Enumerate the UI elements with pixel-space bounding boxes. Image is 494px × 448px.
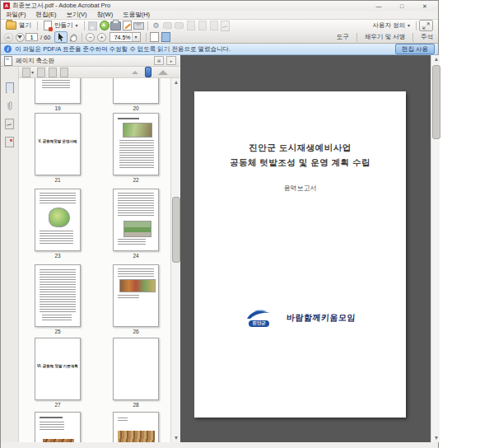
fullscreen-toggle-button[interactable]: [419, 20, 433, 31]
thumbnail-map: [49, 208, 70, 227]
combine-files-button[interactable]: [208, 21, 220, 30]
page-thumbnail-21[interactable]: V. 공동체텃밭 운영사례: [35, 113, 81, 175]
thumbnail-row: 23 24: [19, 189, 170, 264]
chevron-down-icon: ▾: [135, 35, 137, 40]
scroll-up-button[interactable]: [431, 55, 440, 63]
document-pane[interactable]: 진안군 도시재생예비사업 공동체 텃밭조성 및 운영 계획 수립 용역보고서 진…: [180, 55, 431, 442]
section-title: VI. 공동체 텃밭 기본계획: [37, 364, 78, 368]
slider-handle[interactable]: [145, 67, 151, 77]
zoom-in-button[interactable]: +: [96, 32, 108, 42]
panel-options-button[interactable]: ⊞: [154, 56, 164, 65]
content-panel-button[interactable]: [4, 136, 15, 147]
zoom-dropdown-button[interactable]: ▾: [132, 33, 140, 41]
tab-fill-sign[interactable]: 채우기 및 서명: [365, 33, 405, 41]
thumbnail-list[interactable]: 19 20 V. 공동체텃밭 운영사례 21: [19, 78, 170, 442]
open-folder-icon: [6, 21, 16, 30]
next-page-button[interactable]: [14, 32, 26, 42]
comment-bubble-button[interactable]: [162, 21, 174, 30]
page-thumbnail-28[interactable]: [113, 338, 159, 400]
open-button[interactable]: 열기: [2, 21, 35, 30]
page-view-icon: [150, 32, 159, 42]
hand-tool-button[interactable]: [68, 32, 79, 42]
menu-file[interactable]: 파일(F): [1, 11, 31, 19]
maximize-button[interactable]: □: [396, 2, 408, 10]
menu-edit[interactable]: 편집(E): [31, 11, 62, 19]
export-file-button[interactable]: [197, 21, 208, 30]
page-thumbnail-27[interactable]: VI. 공동체 텃밭 기본계획: [35, 338, 81, 400]
attachments-panel-button[interactable]: [4, 100, 15, 111]
bookmarks-panel-button[interactable]: [4, 82, 15, 93]
document-scrollbar[interactable]: [431, 55, 440, 442]
thumbnail-scrollbar[interactable]: [170, 78, 179, 442]
page-thumbnail-29[interactable]: [35, 412, 81, 442]
insert-page-button[interactable]: [49, 68, 57, 77]
tab-comment[interactable]: 주석: [421, 33, 433, 41]
panel-collapse-button[interactable]: ▸: [166, 56, 176, 65]
page-thumbnail-22[interactable]: [113, 113, 159, 175]
review-bubble-button[interactable]: [174, 21, 185, 30]
attach-file-button[interactable]: [185, 21, 197, 30]
send-file-button[interactable]: [99, 21, 110, 30]
scrollbar-thumb[interactable]: [432, 65, 440, 139]
scroll-down-button[interactable]: [431, 434, 440, 442]
page-thumbnail-25[interactable]: [35, 264, 81, 327]
scrollbar-thumb[interactable]: [172, 197, 180, 263]
signatures-panel-button[interactable]: [4, 118, 15, 129]
close-button[interactable]: ✕: [419, 2, 431, 10]
tab-tools[interactable]: 도구: [337, 33, 349, 41]
zoom-level-control[interactable]: ▾: [110, 32, 141, 42]
thumbnail-row: VI. 공동체 텃밭 기본계획 27 28: [19, 338, 170, 413]
minimize-button[interactable]: —: [373, 2, 384, 10]
envelope-icon: [133, 22, 144, 30]
selection-tool-button[interactable]: [54, 31, 68, 43]
customize-button[interactable]: 사용자 정의 ▾: [369, 21, 413, 30]
page-thumbnail-26[interactable]: [113, 264, 159, 327]
partner-group-logo: 바람함께키움모임: [286, 312, 356, 324]
page-thumbnail-19[interactable]: [35, 78, 81, 104]
thumbnail-panel-header: 페이지 축소판 ⊞ ▸: [1, 55, 179, 67]
report-title-line2: 공동체 텃밭조성 및 운영 계획 수립: [194, 157, 406, 169]
print-button[interactable]: [110, 21, 122, 30]
rotate-page-button[interactable]: [37, 68, 45, 77]
navigation-pane-strip: [1, 67, 19, 442]
delete-page-button[interactable]: [60, 68, 68, 77]
page-thumbnail-24[interactable]: [113, 189, 159, 251]
page-thumbnail-23[interactable]: [35, 189, 81, 251]
thumbnail-options-button[interactable]: ▾: [22, 68, 34, 77]
title-bar[interactable]: A 최종보고서.pdf - Adobe Acrobat Pro — □ ✕: [1, 1, 438, 11]
page-thumbnail-20[interactable]: [113, 78, 159, 104]
screen: A 최종보고서.pdf - Adobe Acrobat Pro — □ ✕ 파일…: [0, 0, 494, 448]
scrolling-mode-button[interactable]: [149, 32, 161, 42]
edit-document-button[interactable]: [122, 21, 133, 30]
acrobat-window: A 최종보고서.pdf - Adobe Acrobat Pro — □ ✕ 파일…: [0, 0, 439, 448]
settings-button[interactable]: ⚙: [151, 21, 162, 30]
printer-icon: [110, 21, 121, 30]
menu-window[interactable]: 창(W): [92, 11, 119, 19]
menu-help[interactable]: 도움말(H): [118, 11, 155, 19]
zoom-level-input[interactable]: [110, 34, 132, 40]
create-pdf-button[interactable]: 만들기 ▾: [40, 21, 82, 30]
document-icon: [198, 21, 207, 30]
scroll-up-button[interactable]: [171, 78, 180, 86]
previous-page-button[interactable]: [2, 32, 14, 42]
menu-view[interactable]: 보기(V): [62, 11, 92, 19]
thumbnail-page-number: 25: [35, 329, 81, 334]
page-thumbnail-30[interactable]: [113, 412, 159, 442]
enable-editing-button[interactable]: 편집 사용: [395, 44, 435, 54]
pdf-page[interactable]: 진안군 도시재생예비사업 공동체 텃밭조성 및 운영 계획 수립 용역보고서 진…: [194, 91, 406, 418]
thumbnail-size-slider[interactable]: [132, 67, 176, 77]
paperclip-icon: [6, 100, 13, 111]
thumbnail-page-number: 24: [113, 253, 159, 259]
zoom-out-button[interactable]: −: [85, 32, 96, 42]
document-icon: [22, 68, 30, 77]
signature-tool-button[interactable]: [220, 21, 231, 30]
thumbnail-page-number: 26: [113, 329, 159, 334]
save-button[interactable]: [87, 21, 99, 30]
page-number-input[interactable]: [26, 33, 38, 41]
document-icon: [210, 21, 218, 30]
scroll-down-button[interactable]: [171, 434, 180, 442]
email-button[interactable]: [133, 21, 145, 30]
thumbnail-row: 19 20: [19, 78, 170, 117]
fit-page-button[interactable]: [161, 32, 172, 42]
zoom-large-icon: [158, 70, 168, 75]
